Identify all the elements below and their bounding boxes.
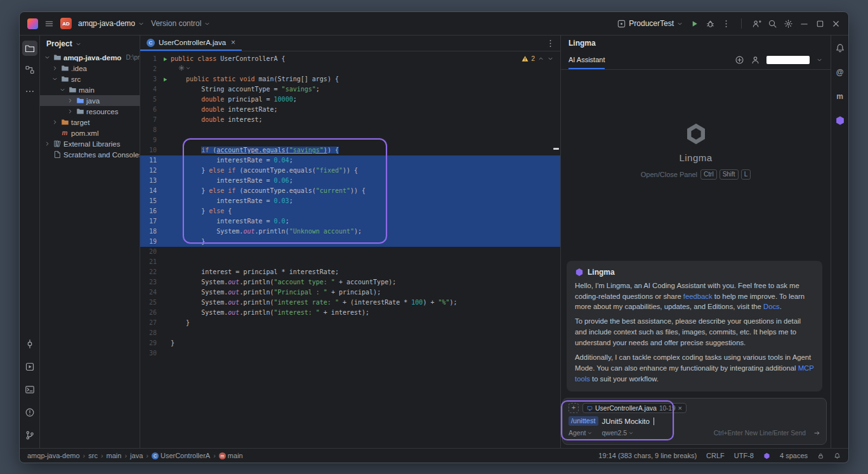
- mentions-icon[interactable]: @: [832, 65, 848, 80]
- code-with-me-icon[interactable]: [752, 19, 761, 29]
- command-chip[interactable]: /unittest: [569, 416, 598, 426]
- prev-issue-icon[interactable]: [537, 55, 544, 62]
- code-line-2: 2: [140, 64, 560, 74]
- project-panel-title[interactable]: Project: [46, 39, 72, 48]
- scrollbar-selection-marker: [553, 148, 559, 150]
- search-icon[interactable]: [768, 19, 777, 29]
- chevron-down-icon: [138, 20, 145, 27]
- more-h-icon[interactable]: [22, 84, 37, 99]
- welcome-message: Lingma Hello, I'm Lingma, an AI Coding A…: [567, 261, 822, 392]
- lingma-icon[interactable]: [832, 113, 848, 128]
- mode-selector[interactable]: Agent: [569, 429, 593, 437]
- link-feedback[interactable]: feedback: [683, 293, 713, 300]
- lingma-status-icon[interactable]: [763, 452, 770, 459]
- chat-input-text[interactable]: JUnit5 Mockito: [602, 418, 650, 425]
- lingma-logo: [684, 122, 708, 146]
- tree-item-resources[interactable]: resources: [40, 106, 140, 117]
- tree-item-main[interactable]: main: [40, 84, 140, 95]
- breadcrumb: amqp-java-demo›src›main›java›CUserContro…: [27, 452, 598, 459]
- send-button[interactable]: [813, 430, 820, 437]
- main-menu-icon[interactable]: [44, 19, 54, 29]
- desktop: { "colors":{"accent":"#3574f0","selectio…: [0, 0, 868, 474]
- next-issue-icon[interactable]: [547, 55, 554, 62]
- tab-close-icon[interactable]: ×: [231, 38, 235, 47]
- chevron-down-icon[interactable]: [816, 56, 823, 63]
- add-context-button[interactable]: +: [569, 403, 579, 413]
- breadcrumb-usercontrollera[interactable]: CUserControllerA: [152, 452, 210, 459]
- run-config-selector[interactable]: ProducerTest: [617, 19, 683, 29]
- project-tree: amqp-java-demoD:\projectVar.ideasrcmainj…: [40, 52, 140, 160]
- chat-input[interactable]: + UserControllerA.java 10-19 × /unittest…: [562, 398, 827, 445]
- inspections-widget[interactable]: 2: [522, 55, 554, 62]
- editor-tab-usercontrollera[interactable]: C UserControllerA.java ×: [140, 36, 242, 51]
- terminal-icon[interactable]: [22, 382, 37, 397]
- tree-item-java[interactable]: java: [40, 95, 140, 106]
- maven-icon[interactable]: m: [832, 89, 848, 104]
- key-ctrl: Ctrl: [700, 169, 717, 180]
- breadcrumb-java[interactable]: java: [130, 452, 143, 459]
- chevron-down-icon: [628, 430, 634, 436]
- commit-icon[interactable]: [22, 336, 37, 352]
- right-toolbar: @m: [831, 36, 848, 448]
- editor-options-icon[interactable]: [546, 39, 555, 48]
- lingma-tabbar: AI Assistant: [561, 51, 831, 70]
- tab-ai-assistant[interactable]: AI Assistant: [569, 51, 605, 69]
- line-separator[interactable]: CRLF: [706, 452, 725, 459]
- lingma-body: Lingma Open/Close PanelCtrlShiftL Lingma…: [561, 70, 831, 398]
- new-chat-icon[interactable]: [735, 55, 744, 65]
- welcome-paragraph: Additionally, I can tackle complex codin…: [575, 352, 814, 385]
- run-button[interactable]: [690, 19, 699, 29]
- close-button[interactable]: [831, 19, 841, 29]
- tree-item-src[interactable]: src: [40, 74, 140, 84]
- notifications-icon[interactable]: [834, 452, 841, 459]
- structure-icon[interactable]: [22, 62, 37, 77]
- breadcrumb-amqp-java-demo[interactable]: amqp-java-demo: [27, 452, 80, 459]
- app-logo-icon[interactable]: [27, 18, 38, 29]
- git-branch-icon[interactable]: [22, 428, 37, 443]
- user-avatar-icon[interactable]: [751, 55, 760, 65]
- tree-item-pom-xml[interactable]: mpom.xml: [40, 128, 140, 138]
- run-config-label: ProducerTest: [629, 19, 674, 28]
- tree-item-amqp-java-demo[interactable]: amqp-java-demoD:\projectVar: [40, 52, 140, 63]
- file-encoding[interactable]: UTF-8: [734, 452, 754, 459]
- remove-context-icon[interactable]: ×: [678, 404, 681, 412]
- code-area[interactable]: 2 1public class UserControllerA {23 publ…: [140, 51, 560, 448]
- editor: C UserControllerA.java × 2: [140, 36, 560, 448]
- lingma-empty-state: Lingma Open/Close PanelCtrlShiftL: [561, 122, 831, 180]
- caret-position[interactable]: 19:14 (383 chars, 9 line breaks): [598, 452, 697, 459]
- project-icon[interactable]: [22, 41, 37, 56]
- code-line-15: 15 interestRate = 0.03;: [140, 196, 560, 206]
- tree-item-target[interactable]: target: [40, 117, 140, 128]
- minimize-button[interactable]: [799, 19, 809, 29]
- tree-item-external-libraries[interactable]: External Libraries: [40, 138, 140, 149]
- maximize-button[interactable]: [815, 19, 825, 29]
- code-line-20: 20: [140, 247, 560, 257]
- breadcrumb-main[interactable]: main: [107, 452, 122, 459]
- indent-size[interactable]: 4 spaces: [780, 452, 808, 459]
- tree-item--idea[interactable]: .idea: [40, 63, 140, 74]
- problems-icon[interactable]: [22, 405, 37, 420]
- settings-icon[interactable]: [784, 19, 793, 29]
- code-line-3: 3 public static void main(String[] args)…: [140, 74, 560, 84]
- breadcrumb-main[interactable]: mmain: [219, 452, 243, 459]
- breadcrumb-src[interactable]: src: [88, 452, 98, 459]
- ide-window: AD amqp-java-demo Version control Produc…: [19, 11, 849, 463]
- vcs-widget[interactable]: Version control: [151, 19, 211, 28]
- key-shift: Shift: [720, 169, 739, 180]
- notifications-icon[interactable]: [832, 41, 848, 56]
- context-chip[interactable]: UserControllerA.java 10-19 ×: [582, 403, 687, 413]
- tree-item-scratches-and-consoles[interactable]: Scratches and Consoles: [40, 149, 140, 160]
- code-line-1: 1public class UserControllerA {: [140, 54, 560, 64]
- model-selector[interactable]: qwen2.5: [602, 429, 634, 437]
- class-icon: C: [152, 452, 159, 459]
- project-switcher[interactable]: amqp-java-demo: [78, 19, 145, 28]
- more-actions-icon[interactable]: [721, 19, 731, 29]
- inline-settings-icon[interactable]: [178, 65, 191, 71]
- send-hint: Ctrl+Enter New Line/Enter Send: [714, 430, 806, 437]
- link-docs[interactable]: Docs: [763, 303, 780, 310]
- services-icon[interactable]: [22, 359, 37, 374]
- project-avatar[interactable]: AD: [60, 18, 72, 29]
- class-icon: C: [147, 39, 155, 47]
- readonly-lock-icon[interactable]: [817, 452, 824, 459]
- debug-button[interactable]: [706, 19, 715, 29]
